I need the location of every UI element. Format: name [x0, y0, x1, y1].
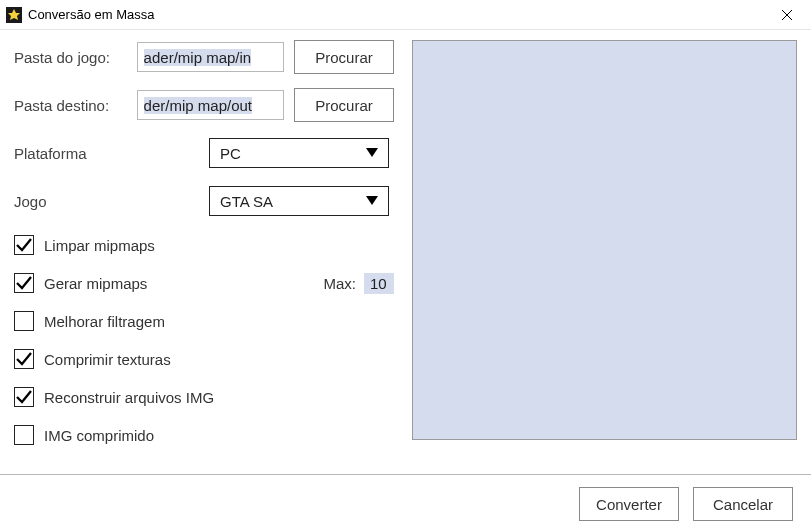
- chevron-down-icon: [366, 196, 378, 206]
- game-label: Jogo: [14, 193, 209, 210]
- gen-mipmaps-label: Gerar mipmaps: [44, 275, 147, 292]
- chevron-down-icon: [366, 148, 378, 158]
- close-icon: [782, 10, 792, 20]
- svg-marker-2: [366, 148, 378, 157]
- img-compressed-label: IMG comprimido: [44, 427, 154, 444]
- clear-mipmaps-label: Limpar mipmaps: [44, 237, 155, 254]
- rebuild-img-checkbox[interactable]: [14, 387, 34, 407]
- platform-select[interactable]: PC: [209, 138, 389, 168]
- browse-game-folder-button[interactable]: Procurar: [294, 40, 394, 74]
- compress-tex-label: Comprimir texturas: [44, 351, 171, 368]
- gen-mipmaps-checkbox[interactable]: [14, 273, 34, 293]
- improve-filter-label: Melhorar filtragem: [44, 313, 165, 330]
- output-panel: [412, 40, 797, 440]
- rebuild-img-label: Reconstruir arquivos IMG: [44, 389, 214, 406]
- game-value: GTA SA: [220, 193, 273, 210]
- convert-button[interactable]: Converter: [579, 487, 679, 521]
- improve-filter-checkbox[interactable]: [14, 311, 34, 331]
- platform-value: PC: [220, 145, 241, 162]
- svg-marker-3: [366, 196, 378, 205]
- window-title: Conversão em Massa: [28, 7, 154, 22]
- titlebar: Conversão em Massa: [0, 0, 811, 30]
- dest-folder-input[interactable]: der/mip map/out: [137, 90, 284, 120]
- max-mipmaps-input[interactable]: 10: [364, 273, 394, 294]
- max-label: Max:: [323, 275, 356, 292]
- img-compressed-checkbox[interactable]: [14, 425, 34, 445]
- game-folder-input[interactable]: ader/mip map/in: [137, 42, 284, 72]
- clear-mipmaps-checkbox[interactable]: [14, 235, 34, 255]
- game-select[interactable]: GTA SA: [209, 186, 389, 216]
- browse-dest-folder-button[interactable]: Procurar: [294, 88, 394, 122]
- platform-label: Plataforma: [14, 145, 209, 162]
- app-icon: [6, 7, 22, 23]
- cancel-button[interactable]: Cancelar: [693, 487, 793, 521]
- game-folder-label: Pasta do jogo:: [14, 49, 137, 66]
- compress-tex-checkbox[interactable]: [14, 349, 34, 369]
- dest-folder-label: Pasta destino:: [14, 97, 137, 114]
- close-button[interactable]: [764, 0, 809, 30]
